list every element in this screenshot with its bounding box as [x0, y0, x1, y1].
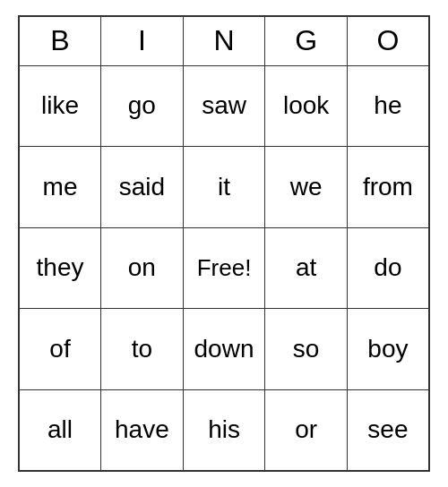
bingo-cell-4-2: his	[183, 389, 265, 471]
bingo-row-4: allhavehisorsee	[19, 389, 429, 471]
bingo-cell-2-2: Free!	[183, 227, 265, 309]
bingo-cell-2-0: they	[19, 227, 101, 309]
bingo-cell-2-4: do	[347, 227, 429, 309]
header-cell-g: G	[265, 16, 348, 65]
bingo-row-2: theyonFree!atdo	[19, 227, 429, 309]
bingo-cell-1-1: said	[101, 147, 184, 228]
bingo-cell-3-2: down	[183, 309, 265, 390]
bingo-cell-0-4: he	[347, 65, 429, 147]
header-row: BINGO	[19, 16, 429, 65]
bingo-cell-2-1: on	[101, 227, 184, 309]
bingo-row-1: mesaiditwefrom	[19, 147, 429, 228]
bingo-cell-3-3: so	[265, 309, 348, 390]
bingo-cell-4-4: see	[347, 389, 429, 471]
bingo-cell-3-4: boy	[347, 309, 429, 390]
bingo-cell-1-0: me	[19, 147, 101, 228]
bingo-cell-0-3: look	[265, 65, 348, 147]
bingo-cell-4-0: all	[19, 389, 101, 471]
header-cell-i: I	[101, 16, 184, 65]
bingo-row-3: oftodownsoboy	[19, 309, 429, 390]
bingo-card: BINGO likegosawlookhemesaiditwefromtheyo…	[18, 15, 430, 472]
bingo-cell-1-2: it	[183, 147, 265, 228]
bingo-cell-1-3: we	[265, 147, 348, 228]
header-cell-n: N	[183, 16, 265, 65]
bingo-cell-4-3: or	[265, 389, 348, 471]
header-cell-b: B	[19, 16, 101, 65]
header-cell-o: O	[347, 16, 429, 65]
bingo-cell-1-4: from	[347, 147, 429, 228]
bingo-cell-3-1: to	[101, 309, 184, 390]
bingo-row-0: likegosawlookhe	[19, 65, 429, 147]
bingo-cell-0-0: like	[19, 65, 101, 147]
bingo-cell-4-1: have	[101, 389, 184, 471]
bingo-cell-0-1: go	[101, 65, 184, 147]
bingo-cell-2-3: at	[265, 227, 348, 309]
bingo-cell-3-0: of	[19, 309, 101, 390]
bingo-cell-0-2: saw	[183, 65, 265, 147]
